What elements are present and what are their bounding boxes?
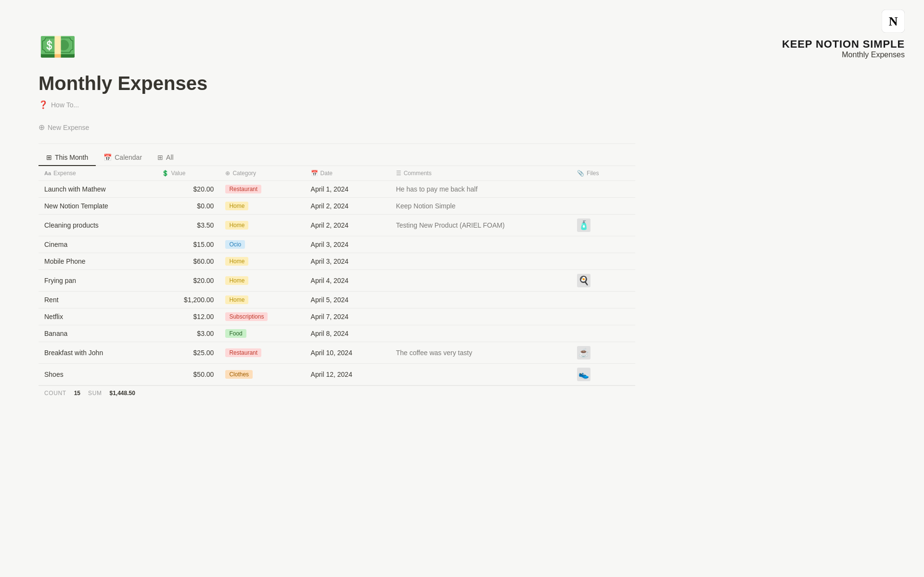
cell-comments: Testing New Product (ARIEL FOAM) (390, 215, 571, 236)
cell-value: $20.00 (156, 181, 220, 198)
file-thumbnail[interactable]: 👟 (577, 368, 590, 381)
how-to-label: How To... (51, 101, 79, 109)
cell-expense: Banana (38, 325, 156, 342)
brand-title: KEEP NOTION SIMPLE (782, 38, 905, 51)
cell-files: 👟 (571, 364, 635, 385)
cell-files (571, 308, 635, 325)
file-thumbnail[interactable]: ☕ (577, 346, 590, 359)
dollar-icon: 💲 (162, 170, 169, 177)
table-row[interactable]: New Notion Template$0.00HomeApril 2, 202… (38, 198, 635, 215)
cell-category: Home (219, 198, 305, 215)
cell-expense: Frying pan (38, 270, 156, 292)
tab-calendar[interactable]: 📅 Calendar (96, 150, 150, 166)
cell-files (571, 198, 635, 215)
table-row[interactable]: Cleaning products$3.50HomeApril 2, 2024T… (38, 215, 635, 236)
cell-comments: The coffee was very tasty (390, 342, 571, 364)
tab-all[interactable]: ⊞ All (150, 150, 181, 166)
files-icon: 📎 (577, 170, 584, 177)
table-row[interactable]: Rent$1,200.00HomeApril 5, 2024 (38, 292, 635, 308)
cell-date: April 1, 2024 (305, 181, 390, 198)
comments-icon: ☰ (396, 170, 401, 177)
cell-expense: Rent (38, 292, 156, 308)
tab-this-month[interactable]: ⊞ This Month (38, 150, 96, 166)
question-icon: ❓ (38, 100, 48, 109)
cell-date: April 2, 2024 (305, 215, 390, 236)
tab-calendar-label: Calendar (115, 154, 142, 161)
cell-value: $12.00 (156, 308, 220, 325)
table-row[interactable]: Breakfast with John$25.00RestaurantApril… (38, 342, 635, 364)
cell-files (571, 292, 635, 308)
table-header-row: Aa Expense 💲 Value ⊕ Category (38, 166, 635, 181)
new-expense-button[interactable]: ⊕ New Expense (38, 121, 89, 134)
cell-comments (390, 292, 571, 308)
cell-category: Home (219, 270, 305, 292)
col-category: ⊕ Category (219, 166, 305, 181)
table-footer: COUNT 15 SUM $1,448.50 (38, 385, 635, 400)
cell-comments (390, 253, 571, 270)
cell-category: Home (219, 215, 305, 236)
cell-value: $3.00 (156, 325, 220, 342)
table-row[interactable]: Netflix$12.00SubscriptionsApril 7, 2024 (38, 308, 635, 325)
file-thumbnail[interactable]: 🍳 (577, 274, 590, 287)
cell-expense: Mobile Phone (38, 253, 156, 270)
divider (38, 143, 635, 144)
cell-files: 🧴 (571, 215, 635, 236)
cell-files (571, 181, 635, 198)
cell-category: Food (219, 325, 305, 342)
tab-all-label: All (166, 154, 174, 161)
cell-expense: Breakfast with John (38, 342, 156, 364)
sum-value: $1,448.50 (110, 390, 135, 397)
cell-category: Subscriptions (219, 308, 305, 325)
cell-date: April 7, 2024 (305, 308, 390, 325)
main-content: 💵 Monthly Expenses ❓ How To... ⊕ New Exp… (0, 0, 674, 439)
page-title: Monthly Expenses (38, 73, 635, 94)
new-expense-label: New Expense (48, 124, 89, 131)
table-row[interactable]: Mobile Phone$60.00HomeApril 3, 2024 (38, 253, 635, 270)
plus-circle-icon: ⊕ (38, 123, 45, 132)
cell-category: Clothes (219, 364, 305, 385)
cell-comments: Keep Notion Simple (390, 198, 571, 215)
table-row[interactable]: Banana$3.00FoodApril 8, 2024 (38, 325, 635, 342)
cell-expense: Shoes (38, 364, 156, 385)
tab-this-month-label: This Month (55, 154, 88, 161)
file-thumbnail[interactable]: 🧴 (577, 218, 590, 232)
cell-value: $25.00 (156, 342, 220, 364)
cell-value: $50.00 (156, 364, 220, 385)
expenses-table-container: Aa Expense 💲 Value ⊕ Category (38, 166, 635, 400)
cell-comments (390, 308, 571, 325)
table-row[interactable]: Launch with Mathew$20.00RestaurantApril … (38, 181, 635, 198)
table-row[interactable]: Cinema$15.00OcioApril 3, 2024 (38, 236, 635, 253)
category-type-icon: ⊕ (225, 170, 230, 177)
calendar-icon: 📅 (103, 154, 112, 161)
cell-comments (390, 325, 571, 342)
cell-category: Home (219, 292, 305, 308)
col-value: 💲 Value (156, 166, 220, 181)
how-to-toggle[interactable]: ❓ How To... (38, 100, 635, 109)
cell-date: April 3, 2024 (305, 253, 390, 270)
expenses-table: Aa Expense 💲 Value ⊕ Category (38, 166, 635, 385)
cell-files: ☕ (571, 342, 635, 364)
cell-category: Ocio (219, 236, 305, 253)
cell-date: April 5, 2024 (305, 292, 390, 308)
view-tabs: ⊞ This Month 📅 Calendar ⊞ All (38, 150, 635, 166)
cell-expense: New Notion Template (38, 198, 156, 215)
col-comments: ☰ Comments (390, 166, 571, 181)
cell-expense: Netflix (38, 308, 156, 325)
sum-label: SUM (88, 390, 102, 397)
col-expense: Aa Expense (38, 166, 156, 181)
svg-text:N: N (889, 14, 898, 28)
cell-expense: Launch with Mathew (38, 181, 156, 198)
table-row[interactable]: Frying pan$20.00HomeApril 4, 2024🍳 (38, 270, 635, 292)
cell-category: Restaurant (219, 342, 305, 364)
table-row[interactable]: Shoes$50.00ClothesApril 12, 2024👟 (38, 364, 635, 385)
cell-comments: He has to pay me back half (390, 181, 571, 198)
brand-subtitle: Monthly Expenses (782, 51, 905, 59)
cell-date: April 2, 2024 (305, 198, 390, 215)
col-date: 📅 Date (305, 166, 390, 181)
count-value: 15 (74, 390, 80, 397)
cell-comments (390, 364, 571, 385)
date-icon: 📅 (311, 170, 318, 177)
cell-date: April 8, 2024 (305, 325, 390, 342)
col-files: 📎 Files (571, 166, 635, 181)
cell-files: 🍳 (571, 270, 635, 292)
